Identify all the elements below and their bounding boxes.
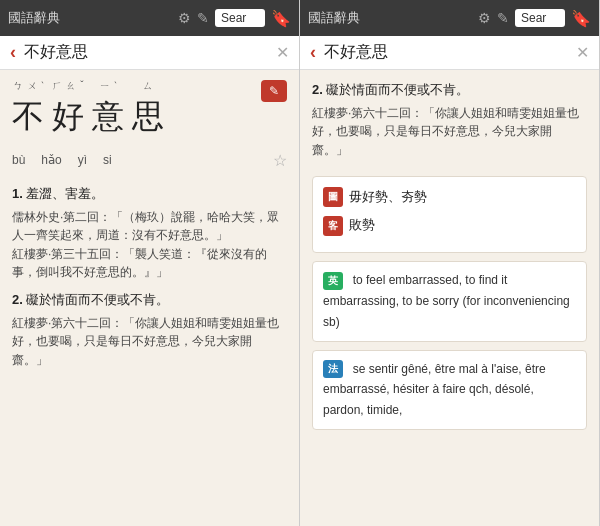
french-badge: 法 [323, 360, 343, 378]
favorite-icon[interactable]: ☆ [273, 148, 287, 174]
definition-2-example: 紅樓夢·第六十二回：「你讓人姐姐和晴雯姐姐量也好，也要喝，只是每日不好意思，今兒… [12, 314, 287, 370]
right-back-button[interactable]: ‹ [310, 42, 316, 63]
related-section: 圖 毋好勢、夯勢 客 敗勢 [312, 176, 587, 254]
edit-button[interactable]: ✎ [261, 80, 287, 102]
english-translation: 英 to feel embarrassed, to find it embarr… [312, 261, 587, 341]
right-search-input[interactable] [515, 9, 565, 27]
right-entry-title: 不好意思 [324, 42, 568, 63]
right-definition-2: 2. 礙於情面而不便或不肯。 紅樓夢·第六十二回：「你讓人姐姐和晴雯姐姐量也好，… [312, 80, 587, 160]
left-pen-icon[interactable]: ✎ [197, 10, 209, 26]
right-pen-icon[interactable]: ✎ [497, 10, 509, 26]
right-bookmark-icon[interactable]: 🔖 [571, 9, 591, 28]
english-text: to feel embarrassed, to find it embarras… [323, 273, 570, 329]
definition-1-example: 儒林外史·第二回：「（梅玖）說罷，哈哈大笑，眾人一齊笑起來，周道：沒有不好意思。… [12, 208, 287, 282]
left-search-input[interactable] [215, 9, 265, 27]
right-definition-2-example: 紅樓夢·第六十二回：「你讓人姐姐和晴雯姐姐量也好，也要喝，只是每日不好意思，今兒… [312, 104, 587, 160]
right-content: 2. 礙於情面而不便或不肯。 紅樓夢·第六十二回：「你讓人姐姐和晴雯姐姐量也好，… [300, 70, 599, 526]
related-badge-1: 圖 [323, 187, 343, 207]
related-item-1: 圖 毋好勢、夯勢 [323, 185, 576, 210]
right-close-button[interactable]: ✕ [576, 43, 589, 62]
right-topbar: 國語辭典 ⚙ ✎ 🔖 [300, 0, 599, 36]
definition-2: 2. 礙於情面而不便或不肯。 紅樓夢·第六十二回：「你讓人姐姐和晴雯姐姐量也好，… [12, 290, 287, 370]
related-badge-2: 客 [323, 216, 343, 236]
left-entry-title: 不好意思 [24, 42, 268, 63]
left-close-button[interactable]: ✕ [276, 43, 289, 62]
french-text: se sentir gêné, être mal à l'aise, être … [323, 362, 546, 418]
left-subheader: ‹ 不好意思 ✕ [0, 36, 299, 70]
left-topbar: 國語辭典 ⚙ ✎ 🔖 [0, 0, 299, 36]
definition-1: 1. 羞澀、害羞。 儒林外史·第二回：「（梅玖）說罷，哈哈大笑，眾人一齊笑起來，… [12, 184, 287, 282]
right-panel: 國語辭典 ⚙ ✎ 🔖 ‹ 不好意思 ✕ 2. 礙於情面而不便或不肯。 紅樓夢·第… [300, 0, 600, 526]
left-content: ㄅㄨˋ 不 ㄏㄠˇ 好 ㄧˋ 意 ㄙ 思 [0, 70, 299, 526]
related-text-2: 敗勢 [349, 215, 375, 236]
left-back-button[interactable]: ‹ [10, 42, 16, 63]
left-panel: 國語辭典 ⚙ ✎ 🔖 ‹ 不好意思 ✕ ㄅㄨˋ 不 ㄏㄠˇ 好 [0, 0, 300, 526]
big-char-display: ㄅㄨˋ 不 ㄏㄠˇ 好 ㄧˋ 意 ㄙ 思 [12, 80, 168, 144]
english-badge: 英 [323, 272, 343, 290]
left-app-title: 國語辭典 [8, 9, 172, 27]
pinyin-row: bù hǎo yì si ☆ [12, 148, 287, 174]
right-app-title: 國語辭典 [308, 9, 472, 27]
left-bookmark-icon[interactable]: 🔖 [271, 9, 291, 28]
left-settings-icon[interactable]: ⚙ [178, 10, 191, 26]
right-subheader: ‹ 不好意思 ✕ [300, 36, 599, 70]
french-translation: 法 se sentir gêné, être mal à l'aise, êtr… [312, 350, 587, 430]
related-text-1: 毋好勢、夯勢 [349, 187, 427, 208]
right-settings-icon[interactable]: ⚙ [478, 10, 491, 26]
related-item-2: 客 敗勢 [323, 213, 576, 238]
